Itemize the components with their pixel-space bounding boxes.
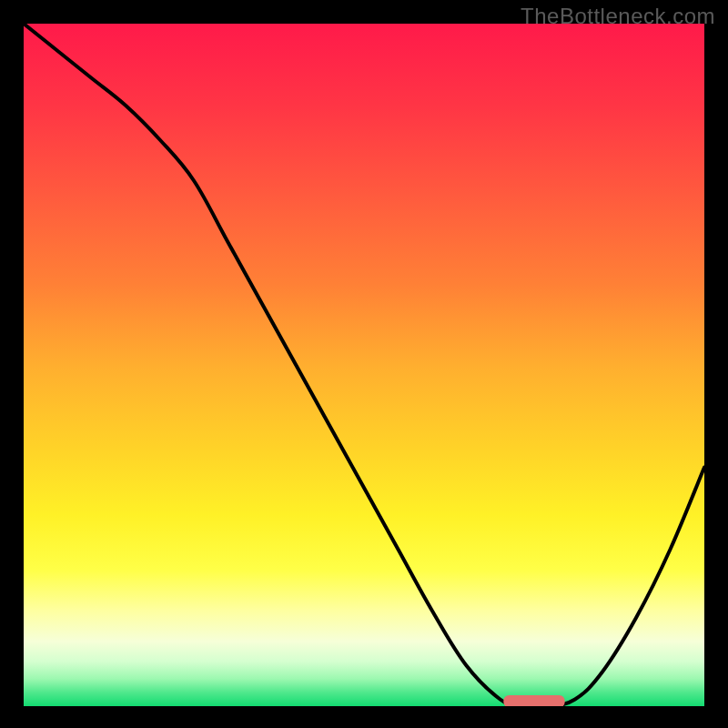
chart-frame: TheBottleneck.com <box>0 0 728 728</box>
bottleneck-chart <box>24 24 704 706</box>
gradient-background <box>24 24 704 706</box>
optimal-marker <box>503 695 564 706</box>
watermark-text: TheBottleneck.com <box>521 4 715 29</box>
